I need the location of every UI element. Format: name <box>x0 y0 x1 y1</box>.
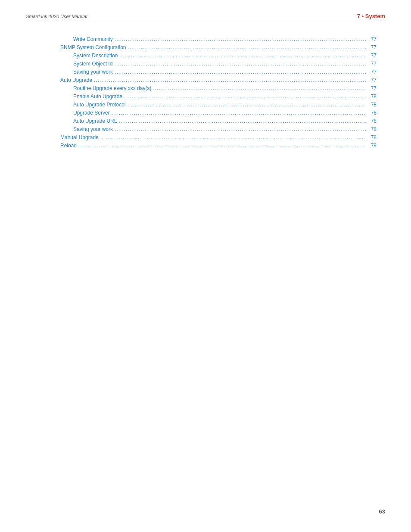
chapter-title: 7 • System <box>357 13 385 19</box>
manual-title: SmartLink 4020 User Manual <box>26 14 87 19</box>
toc-entry[interactable]: Auto Upgrade............................… <box>60 77 377 83</box>
toc-entry[interactable]: Auto Upgrade URL........................… <box>60 118 377 124</box>
toc-entry[interactable]: Reload..................................… <box>60 143 377 149</box>
toc-entry[interactable]: System Object Id........................… <box>60 61 377 67</box>
toc-entry-label: SNMP System Configuration <box>60 44 126 50</box>
toc-entry-page: 77 <box>368 69 377 75</box>
toc-entry-page: 77 <box>368 77 377 83</box>
toc-entry-dots: ........................................… <box>78 143 366 149</box>
toc-entry[interactable]: SNMP System Configuration...............… <box>60 44 377 50</box>
toc-entry-label: Enable Auto Upgrade <box>73 93 122 100</box>
toc-entry-page: 78 <box>368 110 377 116</box>
toc-entry[interactable]: System Description......................… <box>60 53 377 59</box>
page-header: SmartLink 4020 User Manual 7 • System <box>26 13 385 23</box>
toc-entry[interactable]: Saving your work........................… <box>60 126 377 132</box>
toc-entry-page: 77 <box>368 36 377 42</box>
toc-entry-dots: ........................................… <box>100 134 366 140</box>
toc-entry-page: 77 <box>368 53 377 59</box>
toc-entry-page: 78 <box>368 102 377 108</box>
page-number: 63 <box>379 508 385 515</box>
toc-container: Write Community.........................… <box>26 36 385 149</box>
toc-entry-dots: ........................................… <box>115 69 366 75</box>
toc-entry-page: 78 <box>368 134 377 140</box>
toc-entry-dots: ........................................… <box>114 61 366 67</box>
toc-entry-label: System Description <box>73 53 118 59</box>
toc-entry-label: Manual Upgrade <box>60 134 99 140</box>
toc-entry-dots: ........................................… <box>128 44 366 50</box>
toc-entry-page: 78 <box>368 93 377 100</box>
toc-entry-label: Routine Upgrade every xxx day(s) <box>73 85 151 91</box>
toc-entry[interactable]: Routine Upgrade every xxx day(s)........… <box>60 85 377 91</box>
toc-entry-label: Saving your work <box>73 69 113 75</box>
toc-entry-dots: ........................................… <box>112 110 366 116</box>
toc-entry-page: 78 <box>368 126 377 132</box>
toc-entry-dots: ........................................… <box>115 126 366 132</box>
toc-entry-dots: ........................................… <box>119 53 366 59</box>
toc-entry[interactable]: Upgrade Server..........................… <box>60 110 377 116</box>
toc-entry-page: 78 <box>368 118 377 124</box>
toc-entry[interactable]: Auto Upgrade Protocol...................… <box>60 102 377 108</box>
toc-entry[interactable]: Saving your work........................… <box>60 69 377 75</box>
toc-entry-label: Upgrade Server <box>73 110 110 116</box>
toc-entry-dots: ........................................… <box>127 102 366 108</box>
toc-entry[interactable]: Manual Upgrade..........................… <box>60 134 377 140</box>
toc-entry-label: System Object Id <box>73 61 112 67</box>
toc-entry[interactable]: Write Community.........................… <box>60 36 377 42</box>
toc-entry-label: Auto Upgrade <box>60 77 92 83</box>
toc-entry-page: 77 <box>368 44 377 50</box>
toc-entry-label: Auto Upgrade Protocol <box>73 102 125 108</box>
toc-entry-label: Reload <box>60 143 77 149</box>
toc-entry-label: Write Community <box>73 36 113 42</box>
toc-entry-dots: ........................................… <box>118 118 366 124</box>
toc-entry-dots: ........................................… <box>124 93 366 100</box>
toc-entry-page: 77 <box>368 61 377 67</box>
toc-entry-label: Saving your work <box>73 126 113 132</box>
toc-entry-label: Auto Upgrade URL <box>73 118 117 124</box>
toc-entry-page: 79 <box>368 143 377 149</box>
page-footer: 63 <box>379 508 385 515</box>
toc-entry-dots: ........................................… <box>94 77 366 83</box>
page-container: SmartLink 4020 User Manual 7 • System Wr… <box>0 0 411 532</box>
toc-entry[interactable]: Enable Auto Upgrade.....................… <box>60 93 377 100</box>
toc-entry-dots: ........................................… <box>153 85 366 91</box>
toc-entry-page: 77 <box>368 85 377 91</box>
toc-entry-dots: ........................................… <box>115 36 366 42</box>
